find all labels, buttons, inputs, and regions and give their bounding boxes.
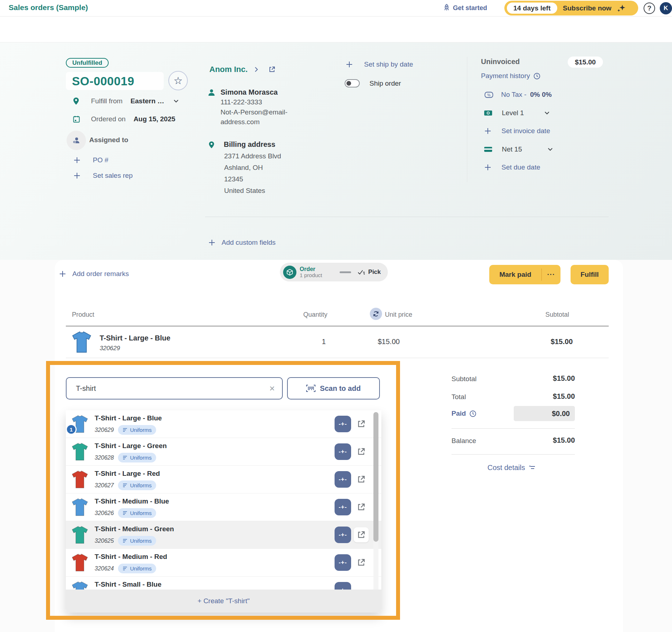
avatar-initial: K	[664, 5, 668, 12]
customer-row[interactable]: Anom Inc.	[209, 65, 275, 74]
billing-pin-icon	[209, 141, 214, 149]
get-started-link[interactable]: Get started	[443, 4, 487, 12]
tax-row[interactable]: % No Tax - 0% 0%	[485, 91, 552, 99]
set-invoice-date-row[interactable]: Set invoice date	[485, 127, 550, 135]
category-tag-label: Uniforms	[130, 510, 151, 516]
contact-person-icon	[208, 89, 215, 96]
open-product-icon[interactable]	[357, 419, 366, 429]
add-product-button[interactable]: -+-	[335, 499, 351, 515]
category-tag[interactable]: Uniforms	[118, 536, 156, 546]
subtotal-label: Subtotal	[451, 375, 477, 383]
add-product-button[interactable]: -+-	[335, 554, 351, 571]
category-tag[interactable]: Uniforms	[118, 564, 156, 573]
category-tag[interactable]: Uniforms	[118, 425, 156, 435]
add-product-button[interactable]: -+-	[335, 471, 351, 488]
product-option[interactable]: T-Shirt - Large - Red 320627 Uniforms -+…	[66, 466, 381, 493]
line-item-name: T-Shirt - Large - Blue	[100, 334, 171, 342]
plus-icon	[209, 239, 215, 246]
chevron-right-icon	[255, 67, 258, 72]
category-tag[interactable]: Uniforms	[118, 480, 156, 490]
ship-order-label: Ship order	[369, 80, 401, 87]
card-icon	[484, 146, 492, 152]
product-sku: 320628	[95, 455, 114, 461]
scan-to-add-label: Scan to add	[320, 384, 360, 393]
col-header-quantity: Quantity	[303, 311, 327, 319]
open-product-icon[interactable]	[354, 527, 369, 542]
external-link-icon[interactable]	[269, 66, 275, 73]
banknote-icon	[484, 110, 492, 116]
paid-amount-field[interactable]: $0.00	[514, 406, 575, 421]
open-product-icon[interactable]	[357, 475, 366, 484]
search-input-value[interactable]: T-shirt	[76, 384, 269, 393]
payment-history-link[interactable]: Payment history	[481, 72, 540, 80]
add-order-remarks-link[interactable]: Add order remarks	[59, 270, 129, 278]
open-product-icon[interactable]	[357, 502, 366, 512]
ordered-on-row[interactable]: Ordered on Aug 15, 2025	[73, 115, 175, 123]
clear-search-icon[interactable]: ×	[269, 385, 275, 392]
ordered-on-value: Aug 15, 2025	[133, 115, 175, 123]
category-tag[interactable]: Uniforms	[118, 453, 156, 462]
set-ship-by-date-row[interactable]: Set ship by date	[346, 60, 413, 68]
pick-step-label[interactable]: Pick	[368, 268, 381, 276]
payment-terms-row[interactable]: Net 15	[484, 145, 553, 153]
quantity-badge: 1	[66, 424, 77, 435]
fulfill-button[interactable]: Fulfill	[571, 265, 609, 284]
set-due-date-label: Set due date	[501, 163, 540, 171]
user-avatar[interactable]: K	[660, 2, 672, 14]
star-icon: ☆	[173, 75, 182, 87]
create-product-option[interactable]: + Create "T-shirt"	[66, 590, 381, 613]
add-custom-fields-link[interactable]: Add custom fields	[209, 239, 276, 247]
ship-order-toggle[interactable]	[345, 79, 360, 87]
product-option[interactable]: T-Shirt - Medium - Red 320624 Uniforms -…	[66, 549, 381, 577]
product-option[interactable]: T-Shirt - Large - Green 320628 Uniforms …	[66, 438, 381, 466]
product-name: T-Shirt - Small - Blue	[95, 581, 162, 588]
clock-icon	[469, 410, 476, 417]
subtotal-value: $15.00	[530, 374, 575, 383]
price-sync-icon[interactable]	[370, 308, 382, 320]
product-option[interactable]: 1 T-Shirt - Large - Blue 320629 Uniforms…	[66, 410, 381, 438]
cost-details-link[interactable]: Cost details	[487, 464, 535, 472]
product-option[interactable]: T-Shirt - Medium - Blue 320626 Uniforms …	[66, 493, 381, 521]
location-pin-icon	[73, 97, 79, 105]
help-button[interactable]: ?	[644, 3, 655, 14]
add-product-button[interactable]: -+-	[335, 527, 351, 543]
scan-to-add-button[interactable]: Scan to add	[287, 377, 380, 399]
po-number-row[interactable]: PO #	[74, 156, 108, 164]
tax-label: No Tax -	[501, 91, 526, 99]
product-sku: 320626	[95, 510, 114, 516]
add-product-button[interactable]: -+-	[335, 443, 351, 460]
mark-paid-button[interactable]: Mark paid ···	[489, 265, 560, 284]
tshirt-thumbnail	[70, 470, 90, 489]
open-product-icon[interactable]	[357, 558, 366, 567]
product-name: T-Shirt - Large - Red	[95, 470, 160, 478]
order-step-sub: 1 product	[300, 272, 322, 278]
dropdown-scrollbar[interactable]	[373, 412, 378, 599]
product-name: T-Shirt - Medium - Red	[95, 553, 167, 561]
line-item-qty[interactable]: 1	[317, 338, 331, 346]
tax-rates: 0% 0%	[530, 91, 551, 99]
category-tag[interactable]: Uniforms	[118, 508, 156, 518]
favorite-button[interactable]: ☆	[168, 71, 188, 90]
paid-row-label[interactable]: Paid	[451, 410, 476, 417]
set-sales-rep-row[interactable]: Set sales rep	[74, 172, 133, 180]
tshirt-thumbnail	[70, 525, 90, 545]
product-option-highlighted[interactable]: T-Shirt - Medium - Green 320625 Uniforms…	[66, 521, 381, 549]
assigned-to-avatar[interactable]	[67, 131, 86, 150]
open-product-icon[interactable]	[357, 447, 366, 456]
pricing-level-row[interactable]: Level 1	[484, 109, 549, 117]
sparkle-icon	[617, 4, 626, 13]
trial-subscribe-pill[interactable]: 14 days left Subscribe now	[504, 1, 638, 15]
days-left-badge: 14 days left	[507, 3, 557, 14]
fulfill-from-label: Fulfill from	[91, 97, 123, 105]
page-title: Sales orders (Sample)	[9, 3, 88, 12]
scrollbar-thumb[interactable]	[373, 412, 378, 542]
fulfill-from-row[interactable]: Fulfill from Eastern …	[73, 97, 178, 105]
set-due-date-row[interactable]: Set due date	[485, 163, 540, 171]
line-item-sku: 320629	[100, 345, 120, 352]
add-product-button[interactable]: -+-	[335, 416, 351, 432]
product-search-field[interactable]: T-shirt ×	[66, 377, 283, 399]
line-item-unit-price[interactable]: $15.00	[378, 338, 400, 346]
mark-paid-more-icon[interactable]: ···	[542, 271, 560, 279]
balance-label: Balance	[451, 437, 476, 445]
clock-icon	[533, 73, 540, 80]
